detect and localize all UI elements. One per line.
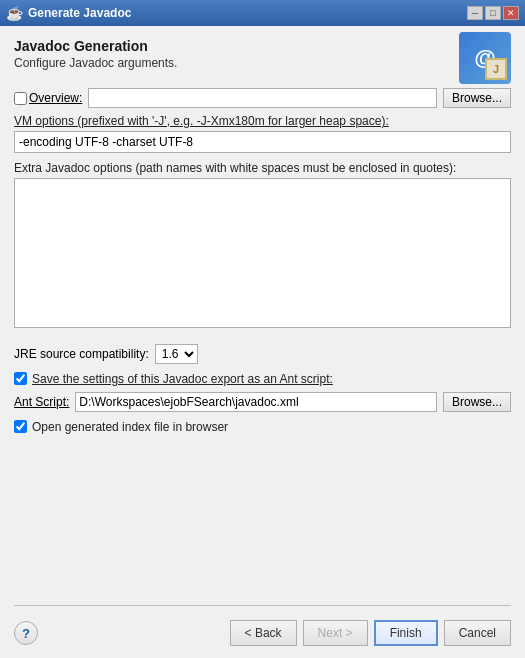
javadoc-icon: @ J (459, 32, 511, 84)
open-index-checkbox[interactable] (14, 420, 27, 433)
window-controls: ─ □ ✕ (467, 6, 519, 20)
ant-script-label: Ant Script: (14, 395, 69, 409)
overview-input[interactable] (88, 88, 437, 108)
dialog-content: Javadoc Generation Configure Javadoc arg… (0, 26, 525, 658)
jre-select[interactable]: 1.3 1.4 1.5 1.6 1.7 (155, 344, 198, 364)
section-subtitle: Configure Javadoc arguments. (14, 56, 511, 70)
finish-button[interactable]: Finish (374, 620, 438, 646)
ant-browse-button[interactable]: Browse... (443, 392, 511, 412)
title-bar: ☕ Generate Javadoc ─ □ ✕ (0, 0, 525, 26)
window-icon: ☕ (6, 5, 22, 21)
overview-label: Overview: (29, 91, 82, 105)
save-settings-label: Save the settings of this Javadoc export… (32, 372, 333, 386)
help-button[interactable]: ? (14, 621, 38, 645)
extra-options-textarea[interactable] (14, 178, 511, 328)
open-index-row: Open generated index file in browser (14, 420, 511, 434)
divider (14, 605, 511, 606)
next-button[interactable]: Next > (303, 620, 368, 646)
extra-options-label: Extra Javadoc options (path names with w… (14, 161, 511, 175)
save-settings-checkbox[interactable] (14, 372, 27, 385)
window-title: Generate Javadoc (28, 6, 467, 20)
vm-options-label: VM options (prefixed with '-J', e.g. -J-… (14, 114, 511, 128)
open-index-label: Open generated index file in browser (32, 420, 228, 434)
overview-checkbox[interactable] (14, 92, 27, 105)
header-area: Javadoc Generation Configure Javadoc arg… (14, 38, 511, 80)
cancel-button[interactable]: Cancel (444, 620, 511, 646)
back-button[interactable]: < Back (230, 620, 297, 646)
button-row: ? < Back Next > Finish Cancel (14, 614, 511, 650)
extra-options-wrapper (14, 178, 511, 336)
section-title: Javadoc Generation (14, 38, 511, 54)
ant-script-row: Ant Script: Browse... (14, 392, 511, 412)
save-settings-row: Save the settings of this Javadoc export… (14, 372, 511, 386)
close-button[interactable]: ✕ (503, 6, 519, 20)
minimize-button[interactable]: ─ (467, 6, 483, 20)
overview-browse-button[interactable]: Browse... (443, 88, 511, 108)
jre-row: JRE source compatibility: 1.3 1.4 1.5 1.… (14, 344, 511, 364)
jre-label: JRE source compatibility: (14, 347, 149, 361)
overview-row: Overview: Browse... (14, 88, 511, 108)
maximize-button[interactable]: □ (485, 6, 501, 20)
vm-options-input[interactable] (14, 131, 511, 153)
ant-script-input[interactable] (75, 392, 437, 412)
